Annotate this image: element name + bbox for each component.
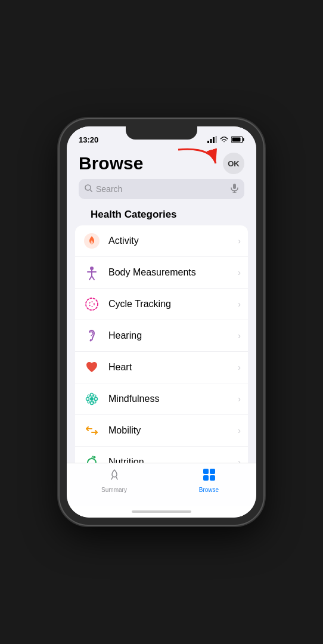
svg-point-8 [85, 185, 91, 190]
tab-browse[interactable]: Browse [162, 468, 256, 493]
nutrition-chevron: › [238, 457, 241, 463]
notch [126, 126, 197, 140]
header-area: Browse OK [67, 148, 256, 221]
heart-icon [82, 358, 101, 377]
svg-rect-2 [213, 137, 215, 143]
category-row[interactable]: Hearing › [75, 320, 248, 352]
svg-point-24 [91, 402, 94, 405]
ok-button[interactable]: OK [223, 153, 244, 174]
svg-point-25 [86, 398, 89, 401]
section-title: Health Categories [79, 209, 244, 221]
svg-point-22 [90, 397, 94, 401]
mic-icon[interactable] [231, 184, 238, 195]
category-row[interactable]: Activity › [75, 225, 248, 257]
cycle-tracking-icon [82, 295, 101, 314]
mobility-icon [82, 421, 101, 440]
activity-icon [82, 231, 101, 250]
svg-point-27 [88, 395, 90, 397]
mindfulness-icon [82, 389, 101, 408]
phone-frame: 13:20 [60, 119, 263, 525]
hearing-chevron: › [238, 331, 241, 340]
phone-screen: 13:20 [67, 126, 256, 518]
heart-name: Heart [108, 362, 231, 373]
wifi-icon [219, 136, 229, 143]
status-icons [207, 136, 244, 143]
svg-rect-44 [203, 475, 209, 481]
cycle-tracking-name: Cycle Tracking [108, 299, 231, 309]
page-title: Browse [79, 153, 143, 174]
category-row[interactable]: Nutrition › [75, 447, 248, 463]
svg-rect-10 [233, 184, 236, 189]
svg-rect-42 [203, 469, 209, 474]
svg-rect-0 [207, 141, 209, 143]
signal-icon [207, 136, 217, 143]
tab-summary[interactable]: Summary [67, 468, 162, 493]
svg-point-20 [89, 302, 94, 306]
mindfulness-chevron: › [238, 394, 241, 404]
categories-list: Activity › Bod [75, 225, 248, 463]
svg-point-21 [90, 340, 92, 342]
home-bar [132, 510, 191, 513]
category-row[interactable]: Body Measurements › [75, 257, 248, 289]
cycle-chevron: › [238, 299, 241, 309]
svg-rect-6 [232, 138, 241, 142]
hearing-icon [82, 326, 101, 345]
tab-bar: Summary Browse [67, 463, 256, 506]
svg-point-26 [95, 398, 98, 401]
svg-rect-3 [216, 136, 218, 143]
svg-rect-43 [210, 469, 215, 474]
search-bar[interactable]: Search [79, 179, 244, 199]
heart-chevron: › [238, 363, 241, 372]
body-measurements-icon [82, 263, 101, 282]
browse-tab-icon [203, 468, 216, 485]
home-indicator [67, 506, 256, 518]
body-measurements-name: Body Measurements [108, 267, 231, 278]
browse-tab-label: Browse [199, 487, 219, 493]
category-row[interactable]: Cycle Tracking › [75, 289, 248, 320]
browse-title-row: Browse OK [79, 153, 244, 174]
search-icon [85, 184, 92, 194]
svg-line-9 [91, 190, 92, 192]
svg-line-18 [92, 276, 94, 280]
svg-point-19 [86, 298, 98, 310]
status-time: 13:20 [79, 135, 98, 144]
activity-name: Activity [108, 236, 231, 246]
activity-chevron: › [238, 236, 241, 246]
summary-tab-icon [108, 468, 121, 485]
svg-point-29 [88, 401, 90, 403]
svg-rect-5 [243, 138, 244, 141]
category-row[interactable]: Heart › [75, 352, 248, 383]
svg-point-28 [94, 395, 96, 397]
hearing-name: Hearing [108, 330, 231, 341]
mindfulness-name: Mindfulness [108, 394, 231, 404]
red-arrow [175, 148, 223, 171]
body-chevron: › [238, 268, 241, 277]
mobility-name: Mobility [108, 425, 231, 436]
svg-point-23 [91, 394, 94, 397]
battery-icon [231, 136, 244, 143]
category-row[interactable]: Mobility › [75, 415, 248, 447]
svg-rect-45 [210, 475, 215, 481]
summary-tab-label: Summary [101, 487, 127, 493]
main-content: Browse OK [67, 148, 256, 463]
search-placeholder: Search [96, 184, 227, 194]
nutrition-icon [82, 453, 101, 463]
svg-rect-1 [210, 139, 212, 143]
svg-point-30 [94, 401, 96, 403]
mobility-chevron: › [238, 426, 241, 435]
nutrition-name: Nutrition [108, 457, 231, 463]
category-row[interactable]: Mindfulness › [75, 383, 248, 415]
